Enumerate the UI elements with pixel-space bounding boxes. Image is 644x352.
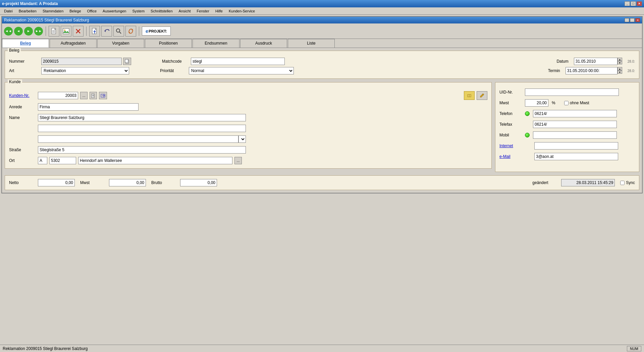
datum-label: Datum xyxy=(552,59,569,64)
netto-input[interactable] xyxy=(38,179,75,186)
menu-auswertungen[interactable]: Auswertungen xyxy=(100,8,129,14)
e-proj-text: PROJEKT: xyxy=(149,29,167,33)
image-icon xyxy=(63,28,69,34)
tab-positionen[interactable]: Positionen xyxy=(145,39,192,48)
brutto-input[interactable] xyxy=(180,179,217,186)
email-link[interactable]: e-Mail xyxy=(499,154,523,159)
telefax-input[interactable] xyxy=(533,121,617,128)
search-btn[interactable] xyxy=(113,26,124,37)
termin-label: Termin xyxy=(543,68,560,73)
name3-input[interactable] xyxy=(38,135,238,143)
datum-spin-up[interactable]: ▲ xyxy=(618,58,622,61)
telefon-input[interactable] xyxy=(533,110,617,117)
menu-hilfe[interactable]: Hilfe xyxy=(213,8,225,14)
kundennr-input[interactable] xyxy=(38,92,78,99)
mwst-input[interactable] xyxy=(525,99,548,107)
tab-vorgaben[interactable]: Vorgaben xyxy=(97,39,144,48)
edit-btn[interactable] xyxy=(477,91,487,100)
menu-datei[interactable]: Datei xyxy=(1,8,15,14)
termin-spin-down[interactable]: ▼ xyxy=(618,70,622,74)
tab-beleg[interactable]: Beleg xyxy=(2,39,49,48)
tab-auftragsdaten[interactable]: Auftragsdaten xyxy=(50,39,97,48)
menu-system[interactable]: System xyxy=(129,8,147,14)
tab-liste[interactable]: Liste xyxy=(288,39,335,48)
ohne-mwst-checkbox[interactable] xyxy=(564,101,569,105)
svg-point-5 xyxy=(64,30,65,31)
termin-spin-up[interactable]: ▲ xyxy=(618,67,622,70)
datum-input[interactable] xyxy=(574,58,618,65)
name2-input[interactable] xyxy=(38,125,246,132)
new-doc-btn[interactable] xyxy=(49,26,59,37)
beleg-section: Beleg Nummer Match xyxy=(5,51,639,79)
kunde-right-panel: UID-Nr. Mwst % ohne Mwst Telefon xyxy=(495,82,639,172)
matchcode-input[interactable] xyxy=(191,58,285,65)
sync-checkbox[interactable] xyxy=(620,181,625,185)
ort-input[interactable] xyxy=(78,157,232,164)
internet-input[interactable] xyxy=(534,142,618,150)
telefon-label: Telefon xyxy=(499,111,523,116)
undo-btn[interactable] xyxy=(101,26,112,37)
geaendert-group: geändert xyxy=(532,179,615,186)
datum-spin: ▲ ▼ xyxy=(618,58,622,65)
app-maximize-btn[interactable]: □ xyxy=(630,18,635,22)
name-input[interactable] xyxy=(38,114,246,121)
app-minimize-btn[interactable]: _ xyxy=(625,18,629,22)
minimize-btn[interactable]: _ xyxy=(625,1,630,6)
prioritaet-select[interactable]: Normal xyxy=(189,67,294,74)
refresh-btn[interactable] xyxy=(125,26,136,37)
kunde-section: Kunde Kunden-Nr. ... xyxy=(5,82,492,169)
clear-btn[interactable] xyxy=(464,91,475,100)
kundennr-search-btn[interactable]: ... xyxy=(80,92,88,99)
land-input[interactable] xyxy=(38,157,47,164)
internet-link[interactable]: Internet xyxy=(499,143,523,148)
tabs: Beleg Auftragsdaten Vorgaben Positionen … xyxy=(2,39,642,48)
menu-schnittstellen[interactable]: Schnittstellen xyxy=(148,8,175,14)
menu-ansicht[interactable]: Ansicht xyxy=(176,8,194,14)
app-close-btn[interactable]: ✕ xyxy=(635,18,640,22)
sep1 xyxy=(46,26,46,36)
art-select[interactable]: Reklamation xyxy=(41,67,129,74)
nav-last-btn[interactable]: ►► xyxy=(34,27,43,36)
nav-first-btn[interactable]: ◄◄ xyxy=(4,27,13,36)
tab-endsummen[interactable]: Endsummen xyxy=(193,39,239,48)
delete-btn[interactable] xyxy=(73,26,84,37)
matchcode-label: Matchcode xyxy=(162,59,185,64)
menu-kunden-service[interactable]: Kunden-Service xyxy=(226,8,258,14)
mwst-footer-input[interactable] xyxy=(109,179,146,186)
maximize-btn[interactable]: □ xyxy=(631,1,636,6)
upload-btn[interactable] xyxy=(89,26,100,37)
anrede-input[interactable] xyxy=(38,103,139,111)
menu-stammdaten[interactable]: Stammdaten xyxy=(40,8,66,14)
nummer-input[interactable] xyxy=(41,58,122,65)
menu-belege[interactable]: Belege xyxy=(67,8,84,14)
plz-input[interactable] xyxy=(49,157,76,164)
menu-office[interactable]: Office xyxy=(85,8,100,14)
doc-icon xyxy=(91,94,95,98)
svg-rect-16 xyxy=(125,59,128,63)
nav-prev-btn[interactable]: ◄ xyxy=(14,27,23,36)
undo-icon xyxy=(104,28,110,34)
kundennr-doc-btn[interactable] xyxy=(90,92,97,99)
kundennr-link[interactable]: Kunden-Nr. xyxy=(9,93,36,98)
uid-input[interactable] xyxy=(525,89,619,96)
mobil-input[interactable] xyxy=(533,131,617,139)
nummer-copy-btn[interactable] xyxy=(123,58,131,65)
strasse-input[interactable] xyxy=(38,146,246,154)
email-input[interactable] xyxy=(534,153,618,160)
telefax-label: Telefax xyxy=(499,122,523,127)
kundennr-link-btn[interactable] xyxy=(99,92,107,99)
upload-icon xyxy=(92,28,98,35)
datum-spin-down[interactable]: ▼ xyxy=(618,61,622,64)
termin-input[interactable] xyxy=(566,67,618,74)
mwst-row: Mwst % ohne Mwst xyxy=(499,99,635,107)
nav-next-btn[interactable]: ► xyxy=(24,27,33,36)
close-btn[interactable]: ✕ xyxy=(637,1,642,6)
image-btn[interactable] xyxy=(61,26,71,37)
menu-bearbeiten[interactable]: Bearbeiten xyxy=(16,8,39,14)
name3-row xyxy=(9,135,487,143)
ort-search-btn[interactable]: ... xyxy=(234,157,242,164)
menu-fenster[interactable]: Fenster xyxy=(194,8,212,14)
toolbar: ◄◄ ◄ ► ►► xyxy=(2,23,642,39)
name3-select[interactable] xyxy=(238,135,246,143)
tab-ausdruck[interactable]: Ausdruck xyxy=(240,39,287,48)
